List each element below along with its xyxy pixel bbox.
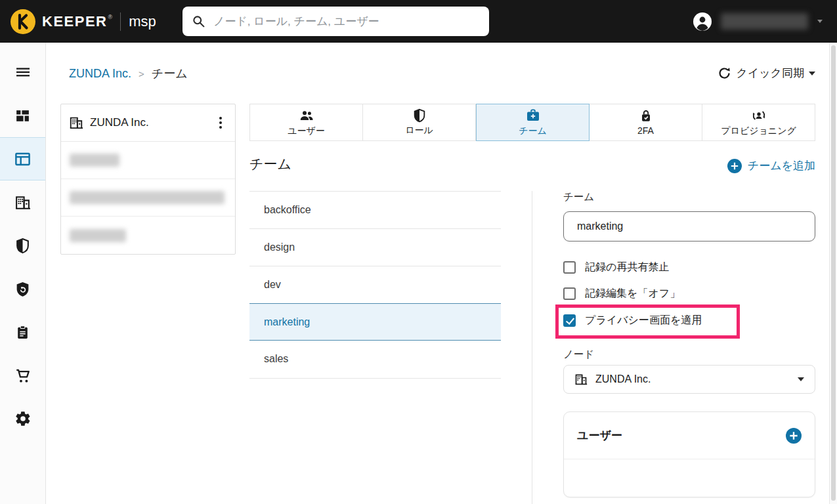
tab-provisioning-label: プロビジョニング <box>721 125 796 137</box>
tab-2fa-label: 2FA <box>637 125 654 136</box>
topbar: KEEPER ® msp <box>0 0 837 43</box>
add-user-button[interactable] <box>786 428 802 444</box>
building-icon <box>69 116 83 130</box>
tab-teams[interactable]: チーム <box>476 104 590 141</box>
node-tree-item-redacted[interactable] <box>61 179 235 217</box>
brand-name: KEEPER <box>42 13 107 30</box>
avatar-icon <box>693 12 712 31</box>
quick-sync-button[interactable]: クイック同期 <box>718 66 815 81</box>
checkbox-label: 記録編集を「オフ」 <box>585 287 680 301</box>
account-menu[interactable] <box>693 0 823 43</box>
checkbox-label: 記録の再共有禁止 <box>585 261 669 274</box>
node-tree-item-redacted[interactable] <box>61 217 235 254</box>
users-panel: ユーザー <box>563 411 815 497</box>
team-list: backoffice design dev marketing sales <box>249 191 501 379</box>
redacted-text <box>70 154 119 167</box>
menu-icon[interactable] <box>0 51 45 94</box>
account-name-redacted <box>721 13 808 30</box>
tab-provisioning[interactable]: プロビジョニング <box>702 104 815 141</box>
entity-tabs: ユーザー ロール チーム 2FA プロビジョニング <box>249 104 815 141</box>
node-tree-root-label: ZUNDA Inc. <box>90 116 214 129</box>
chevron-down-icon <box>817 20 823 23</box>
sidebar <box>0 43 46 504</box>
redacted-text <box>70 191 225 204</box>
team-row[interactable]: design <box>249 228 501 266</box>
brand-product: msp <box>129 13 156 30</box>
sidebar-item-marketplace[interactable] <box>0 354 45 397</box>
checkbox-row-no-resharing[interactable]: 記録の再共有禁止 <box>563 259 669 275</box>
tab-roles[interactable]: ロール <box>363 104 476 141</box>
breadcrumb: ZUNDA Inc. > チーム <box>69 66 188 81</box>
users-list <box>564 459 815 482</box>
users-title: ユーザー <box>577 428 786 443</box>
quick-sync-label: クイック同期 <box>736 66 804 81</box>
node-tree-item-redacted[interactable] <box>61 142 235 179</box>
sidebar-item-breachwatch[interactable] <box>0 267 45 310</box>
redacted-text <box>70 229 126 242</box>
checkbox-checked-icon[interactable] <box>563 314 576 327</box>
add-team-label: チームを追加 <box>748 158 815 173</box>
chevron-down-icon <box>809 72 815 75</box>
sidebar-item-settings[interactable] <box>0 397 45 440</box>
chevron-down-icon <box>798 377 804 381</box>
sidebar-item-security-shield[interactable] <box>0 224 45 267</box>
search-input[interactable] <box>212 14 480 29</box>
scrollbar-track[interactable] <box>829 43 837 504</box>
team-row-selected[interactable]: marketing <box>249 303 501 341</box>
node-tree-root[interactable]: ZUNDA Inc. <box>61 104 235 142</box>
brand-divider <box>120 12 121 31</box>
team-name-input[interactable] <box>563 211 815 242</box>
users-panel-header: ユーザー <box>564 412 815 459</box>
scrollbar-thumb[interactable] <box>831 45 836 501</box>
node-select-dropdown[interactable]: ZUNDA Inc. <box>563 365 815 394</box>
plus-circle-icon <box>727 159 742 173</box>
checkbox-row-privacy-screen[interactable]: プライバシー画面を適用 <box>563 312 702 328</box>
tab-2fa[interactable]: 2FA <box>590 104 702 141</box>
vertical-divider <box>532 191 532 504</box>
sidebar-item-compliance[interactable] <box>0 310 45 354</box>
node-tree-panel: ZUNDA Inc. <box>60 104 236 255</box>
team-row[interactable]: dev <box>249 266 501 303</box>
team-row[interactable]: backoffice <box>249 191 501 228</box>
checkbox-unchecked-icon[interactable] <box>563 287 576 300</box>
checkbox-unchecked-icon[interactable] <box>563 261 576 274</box>
breadcrumb-root-link[interactable]: ZUNDA Inc. <box>69 67 131 81</box>
tab-users-label: ユーザー <box>288 125 325 137</box>
checkbox-row-edit-off[interactable]: 記録編集を「オフ」 <box>563 285 680 301</box>
kebab-menu-icon[interactable] <box>214 114 227 131</box>
global-search[interactable] <box>182 7 489 36</box>
team-row[interactable]: sales <box>249 341 501 378</box>
sidebar-item-admin-console[interactable] <box>0 137 45 180</box>
team-field-label: チーム <box>563 190 594 204</box>
node-select-value: ZUNDA Inc. <box>595 373 790 385</box>
sidebar-item-organization[interactable] <box>0 180 45 224</box>
tab-teams-label: チーム <box>519 125 547 137</box>
sidebar-item-dashboard[interactable] <box>0 94 45 137</box>
add-team-button[interactable]: チームを追加 <box>727 158 815 173</box>
tab-roles-label: ロール <box>405 125 433 136</box>
tab-users[interactable]: ユーザー <box>249 104 363 141</box>
keeper-brand: KEEPER ® msp <box>10 0 156 43</box>
refresh-icon <box>718 66 731 80</box>
search-icon <box>192 14 205 28</box>
breadcrumb-current: チーム <box>152 66 188 81</box>
breadcrumb-separator: > <box>139 68 144 79</box>
checkbox-label: プライバシー画面を適用 <box>585 314 702 327</box>
keeper-logo-icon <box>10 9 36 35</box>
registered-mark: ® <box>108 14 112 20</box>
building-icon <box>574 373 588 386</box>
node-field-label: ノード <box>563 348 594 362</box>
teams-heading: チーム <box>249 155 291 173</box>
